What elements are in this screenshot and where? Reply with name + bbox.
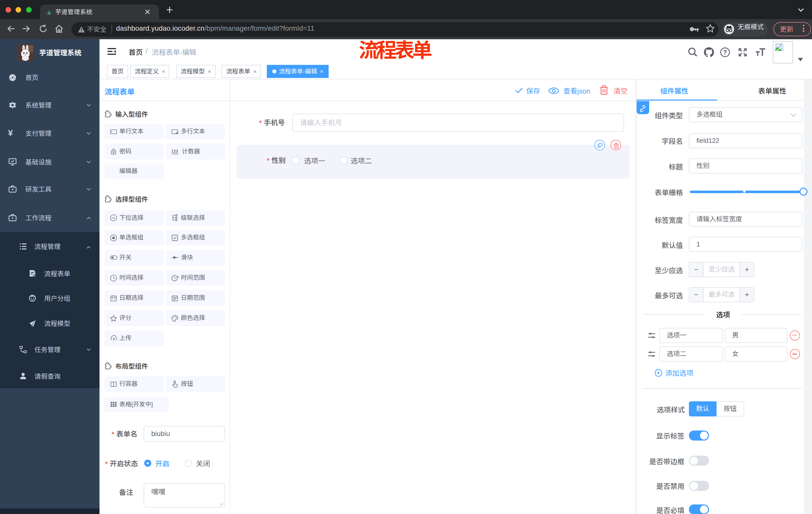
svg-text:?: ?	[723, 49, 727, 56]
svg-text:123: 123	[171, 149, 178, 154]
